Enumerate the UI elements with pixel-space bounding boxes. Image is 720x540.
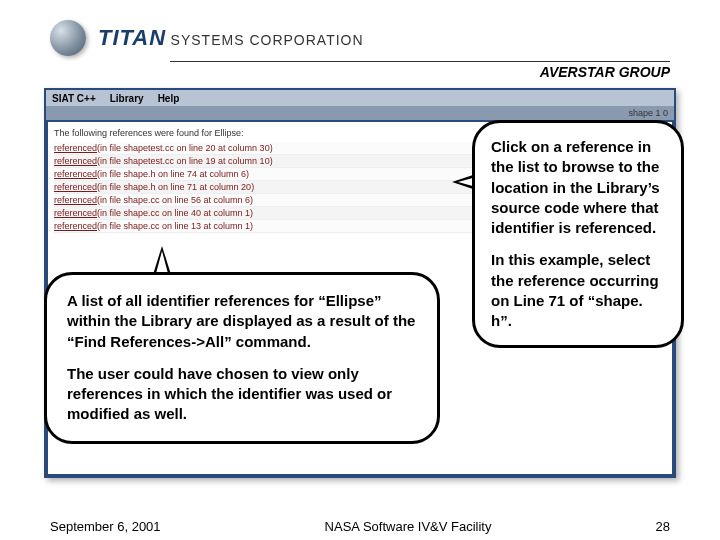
ref-link[interactable]: referenced (54, 143, 97, 153)
callout-right-p2: In this example, select the reference oc… (491, 250, 665, 331)
slide-header: TITAN SYSTEMS CORPORATION (50, 18, 670, 58)
ref-detail: (in file shape.h on line 71 at column 20… (97, 182, 254, 192)
ref-link[interactable]: referenced (54, 195, 97, 205)
ref-link[interactable]: referenced (54, 221, 97, 231)
ref-detail: (in file shapetest.cc on line 20 at colu… (97, 143, 273, 153)
location-hint: shape 1 0 (628, 108, 668, 118)
globe-icon (50, 20, 86, 56)
menubar: SIAT C++ Library Help (46, 90, 674, 106)
ref-detail: (in file shape.cc on line 13 at column 1… (97, 221, 253, 231)
callout-left: A list of all identifier references for … (44, 272, 440, 444)
ref-detail: (in file shape.h on line 74 at column 6) (97, 169, 249, 179)
ref-link[interactable]: referenced (54, 182, 97, 192)
slide-footer: September 6, 2001 NASA Software IV&V Fac… (50, 519, 670, 534)
logo-systems: SYSTEMS CORPORATION (171, 32, 364, 48)
footer-page: 28 (656, 519, 670, 534)
ref-link[interactable]: referenced (54, 156, 97, 166)
averstar-group-label: AVERSTAR GROUP (540, 64, 670, 80)
logo-titan: TITAN (98, 25, 166, 50)
header-underline (170, 61, 670, 62)
callout-left-p2: The user could have chosen to view only … (67, 364, 417, 425)
ref-link[interactable]: referenced (54, 169, 97, 179)
ref-link[interactable]: referenced (54, 208, 97, 218)
footer-date: September 6, 2001 (50, 519, 161, 534)
ref-detail: (in file shapetest.cc on line 19 at colu… (97, 156, 273, 166)
menu-library[interactable]: Library (110, 93, 144, 104)
menu-siat[interactable]: SIAT C++ (52, 93, 96, 104)
logo-text: TITAN SYSTEMS CORPORATION (98, 25, 364, 51)
menu-help[interactable]: Help (158, 93, 180, 104)
ref-detail: (in file shape.cc on line 56 at column 6… (97, 195, 253, 205)
ref-detail: (in file shape.cc on line 40 at column 1… (97, 208, 253, 218)
callout-right: Click on a reference in the list to brow… (472, 120, 684, 348)
location-bar: shape 1 0 (46, 106, 674, 120)
callout-left-p1: A list of all identifier references for … (67, 291, 417, 352)
footer-center: NASA Software IV&V Facility (325, 519, 492, 534)
callout-right-p1: Click on a reference in the list to brow… (491, 137, 665, 238)
